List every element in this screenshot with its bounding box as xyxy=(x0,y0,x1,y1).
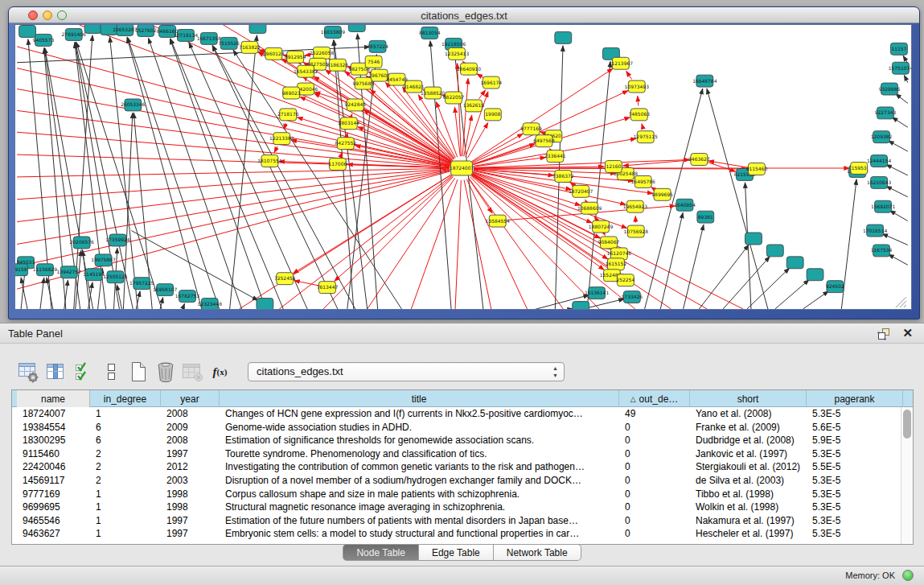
table-panel: Table Panel ✕ xyxy=(0,323,924,566)
column-header-year[interactable]: year xyxy=(161,390,220,407)
cell-name: 19384554 xyxy=(17,421,90,435)
graph-edge xyxy=(464,180,491,309)
new-table-button[interactable] xyxy=(127,360,149,384)
table-row[interactable]: 1938455462009Genome-wide association stu… xyxy=(17,421,913,435)
scrollbar-thumb[interactable] xyxy=(903,410,911,439)
float-panel-icon[interactable] xyxy=(877,328,890,340)
resize-grip-icon[interactable] xyxy=(896,297,906,307)
memory-status-icon[interactable] xyxy=(902,570,914,581)
table-row[interactable]: 1830029562008Estimation of significance … xyxy=(17,434,913,447)
graph-node-label: 1362615 xyxy=(463,102,485,108)
desktop: citations_edges.txt 94055732769140610653… xyxy=(0,0,924,585)
column-header-title[interactable]: title xyxy=(220,390,619,407)
graph-edge xyxy=(298,117,450,165)
status-bar: Memory: OK xyxy=(0,566,924,585)
node-table: namein_degreeyeartitle△out_de…shortpager… xyxy=(11,389,914,545)
graph-nodes: 9405573276914061065328715276028466160107… xyxy=(14,24,912,310)
graph-node[interactable] xyxy=(807,269,823,281)
graph-node[interactable] xyxy=(766,245,783,257)
vertical-scrollbar[interactable] xyxy=(901,407,913,544)
graph-node-label: 9975685 xyxy=(352,80,374,86)
table-select-combo[interactable]: citations_edges.txt ▲▼ xyxy=(248,362,565,381)
graph-node-label: 19218506 xyxy=(441,41,466,47)
graph-node-label: 8912954 xyxy=(285,54,306,60)
memory-status-label: Memory: OK xyxy=(845,571,895,580)
graph-node-label: 12975115 xyxy=(634,134,659,139)
cell-out_degree: 0 xyxy=(619,421,690,435)
column-header-name[interactable]: name xyxy=(17,390,90,407)
graph-node[interactable] xyxy=(573,302,589,310)
table-row[interactable]: 1456911722003Disruption of a novel membe… xyxy=(17,474,913,488)
graph-edge xyxy=(803,291,829,309)
column-header-in_degree[interactable]: in_degree xyxy=(90,390,161,407)
cell-year: 1998 xyxy=(161,501,220,514)
cell-pagerank: 5.9E-5 xyxy=(807,434,903,447)
table-row[interactable]: 946362711997Embryonic stem cells: a mode… xyxy=(17,527,913,541)
cell-name: 9465546 xyxy=(17,514,90,528)
graph-node-label: 26053346 xyxy=(121,101,146,107)
tab-network-table[interactable]: Network Table xyxy=(494,544,581,561)
graph-edge xyxy=(890,211,908,221)
graph-node[interactable] xyxy=(348,24,365,31)
cell-in_degree: 1 xyxy=(90,407,161,421)
network-window[interactable]: citations_edges.txt 94055732769140610653… xyxy=(8,6,920,319)
graph-node-label: 9777169 xyxy=(520,126,542,131)
cell-year: 1997 xyxy=(161,514,220,528)
cell-out_degree: 0 xyxy=(619,447,690,461)
table-row[interactable]: 946554611997Estimation of the future num… xyxy=(17,514,913,528)
graph-node-label: 1527602 xyxy=(135,27,157,33)
graph-edge xyxy=(528,309,573,310)
cell-pagerank: 5.3E-5 xyxy=(807,514,903,528)
table-row[interactable]: 1872400712008Changes of HCN gene express… xyxy=(17,407,913,421)
network-canvas[interactable]: 9405573276914061065328715276028466160107… xyxy=(14,24,912,310)
cell-name: 18300295 xyxy=(17,434,90,447)
graph-node[interactable] xyxy=(786,257,803,269)
graph-node-label: 7252455 xyxy=(274,275,296,281)
column-header-short[interactable]: short xyxy=(690,390,807,407)
table-row[interactable]: 977716911998Corpus callosum shape and si… xyxy=(17,488,913,501)
graph-node-label: 12323448 xyxy=(198,301,223,307)
tab-node-table[interactable]: Node Table xyxy=(343,544,419,561)
window-title: citations_edges.txt xyxy=(9,10,919,22)
close-panel-icon[interactable]: ✕ xyxy=(902,326,913,340)
cell-pagerank: 5.3E-5 xyxy=(807,488,903,501)
function-builder-button[interactable]: f(x) xyxy=(209,360,231,384)
graph-node[interactable] xyxy=(257,299,273,310)
graph-node-label: 8186328 xyxy=(327,62,349,68)
column-header-out_degree[interactable]: △out_de… xyxy=(619,390,690,407)
window-titlebar[interactable]: citations_edges.txt xyxy=(9,7,919,23)
graph-node-label: 16495786 xyxy=(631,179,656,184)
graph-node[interactable] xyxy=(745,233,762,245)
table-options-button[interactable] xyxy=(18,360,39,384)
table-row[interactable]: 969969511998Structural magnetic resonanc… xyxy=(17,501,913,514)
delete-table-button[interactable] xyxy=(154,360,176,384)
cell-in_degree: 1 xyxy=(90,514,161,528)
graph-edge xyxy=(21,278,27,309)
show-columns-button[interactable] xyxy=(45,360,67,384)
column-header-pagerank[interactable]: pagerank xyxy=(807,390,903,407)
table-body: 1872400712008Changes of HCN gene express… xyxy=(12,407,913,541)
graph-node[interactable] xyxy=(555,31,572,43)
row-selection-button[interactable] xyxy=(72,360,94,384)
cell-year: 2009 xyxy=(161,421,220,435)
graph-node-label: 39159 xyxy=(14,266,27,272)
graph-node-label: 1733426 xyxy=(622,294,643,299)
cell-title: Disruption of a novel member of a sodium… xyxy=(220,474,619,488)
cell-short: Stergiakouli et al. (2012) xyxy=(690,460,807,474)
graph-node[interactable] xyxy=(249,24,266,33)
graph-node-label: 11157 xyxy=(891,46,906,51)
table-row[interactable]: 911546021997Tourette syndrome. Phenomeno… xyxy=(17,447,913,461)
cell-title: Structural magnetic resonance image aver… xyxy=(220,501,619,514)
tab-edge-table[interactable]: Edge Table xyxy=(419,544,494,561)
cell-title: Corpus callosum shape and size in male p… xyxy=(220,488,619,501)
graph-edge xyxy=(896,94,908,104)
graph-node-label: 2718176 xyxy=(277,111,299,117)
graph-node[interactable] xyxy=(19,25,36,37)
graph-node-label: 19908 xyxy=(485,111,500,117)
graph-node-label: 15953 xyxy=(852,165,867,171)
graph-node[interactable] xyxy=(84,24,101,33)
graph-edge xyxy=(462,61,463,62)
table-row[interactable]: 2242004622012Investigating the contribut… xyxy=(17,460,913,474)
table-mode-button[interactable] xyxy=(100,360,121,384)
cell-short: Franke et al. (2009) xyxy=(690,421,807,435)
